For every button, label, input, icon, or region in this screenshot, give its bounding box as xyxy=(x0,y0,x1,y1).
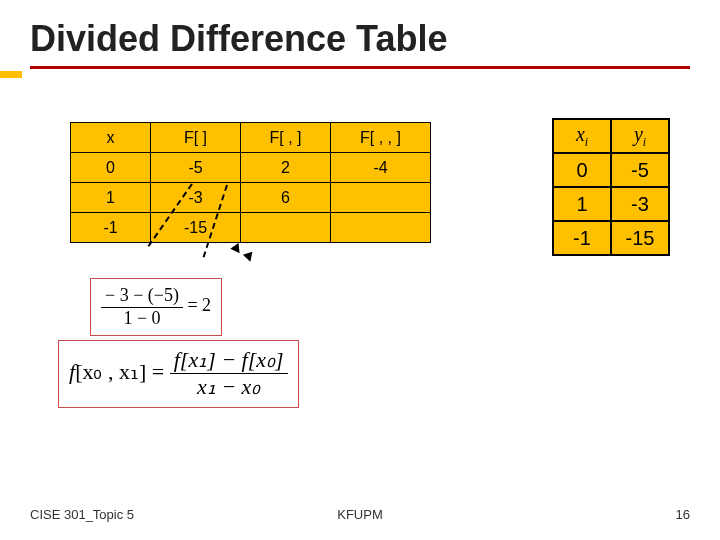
table-header-row: x F[ ] F[ , ] F[ , , ] xyxy=(71,123,431,153)
table-row: 0 -5 xyxy=(553,153,669,187)
accent-bar xyxy=(0,71,22,78)
divided-difference-table: x F[ ] F[ , ] F[ , , ] 0 -5 2 -4 1 -3 6 … xyxy=(70,122,431,243)
equals-result: = 2 xyxy=(187,295,211,315)
table-row: -1 -15 xyxy=(553,221,669,255)
formula-small: − 3 − (−5) 1 − 0 = 2 xyxy=(90,278,222,336)
col-header: x xyxy=(71,123,151,153)
col-header: F[ , ] xyxy=(241,123,331,153)
cell: -4 xyxy=(331,153,431,183)
col-header: F[ , , ] xyxy=(331,123,431,153)
cell xyxy=(331,213,431,243)
fraction-denominator: 1 − 0 xyxy=(101,308,183,330)
formula-lhs-args: [x₀ , x₁] xyxy=(75,359,146,384)
equals-sign: = xyxy=(152,359,170,384)
page-title: Divided Difference Table xyxy=(30,18,690,60)
cell: 1 xyxy=(71,183,151,213)
fraction-denominator: x₁ − x₀ xyxy=(170,374,288,400)
cell: -15 xyxy=(611,221,669,255)
cell: -5 xyxy=(151,153,241,183)
fraction-numerator: f[x₁] − f[x₀] xyxy=(170,347,288,374)
table-row: 1 -3 xyxy=(553,187,669,221)
footer-center: KFUPM xyxy=(0,507,720,522)
col-header: xi xyxy=(553,119,611,153)
xy-table: xi yi 0 -5 1 -3 -1 -15 xyxy=(552,118,670,256)
cell xyxy=(241,213,331,243)
cell: -1 xyxy=(553,221,611,255)
col-header: F[ ] xyxy=(151,123,241,153)
cell: -3 xyxy=(611,187,669,221)
formula-large: f[x₀ , x₁] = f[x₁] − f[x₀] x₁ − x₀ xyxy=(58,340,299,408)
table-row: -1 -15 xyxy=(71,213,431,243)
title-underline xyxy=(30,66,690,69)
cell: 1 xyxy=(553,187,611,221)
cell: -15 xyxy=(151,213,241,243)
col-header: yi xyxy=(611,119,669,153)
fraction-numerator: − 3 − (−5) xyxy=(101,285,183,308)
cell xyxy=(331,183,431,213)
cell: 0 xyxy=(553,153,611,187)
table-row: 1 -3 6 xyxy=(71,183,431,213)
footer-page-number: 16 xyxy=(676,507,690,522)
cell: -1 xyxy=(71,213,151,243)
cell: 0 xyxy=(71,153,151,183)
cell: 2 xyxy=(241,153,331,183)
cell: -5 xyxy=(611,153,669,187)
arrow-head-icon xyxy=(243,252,255,264)
table-header-row: xi yi xyxy=(553,119,669,153)
table-row: 0 -5 2 -4 xyxy=(71,153,431,183)
cell: 6 xyxy=(241,183,331,213)
